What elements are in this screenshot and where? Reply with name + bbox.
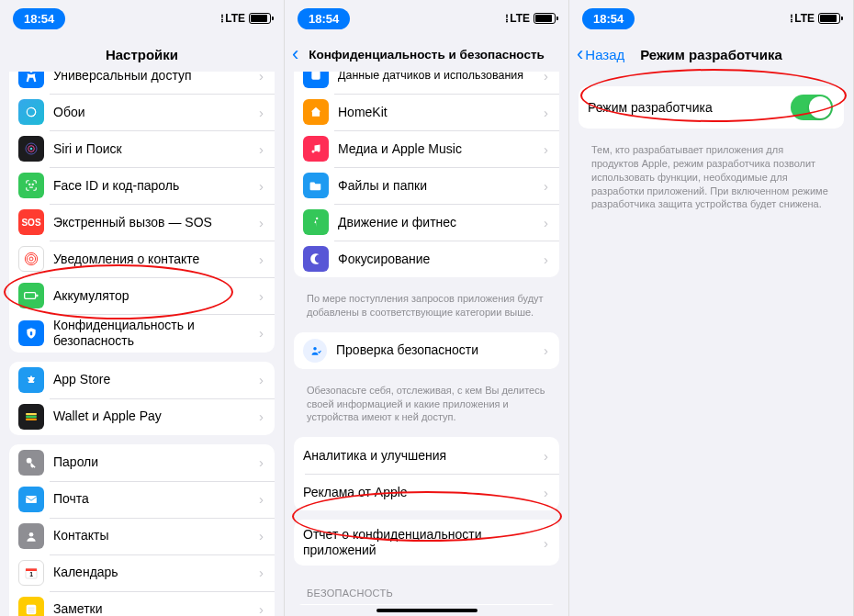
chevron-right-icon: › (259, 325, 264, 341)
status-bar: 18:54 LTE (569, 0, 853, 37)
row-sensor-data[interactable]: Данные датчиков и использования › (294, 72, 559, 94)
row-label: Уведомления о контакте (53, 252, 259, 267)
row-label: Данные датчиков и использования (338, 72, 544, 83)
back-button[interactable]: ‹ (292, 44, 298, 64)
settings-group-apps: Пароли › Почта › Контакты › 1 (9, 444, 275, 616)
chevron-right-icon: › (544, 178, 548, 194)
chevron-right-icon: › (259, 141, 264, 157)
nav-bar: ‹ Конфиденциальность и безопасность (285, 37, 568, 72)
row-label: Siri и Поиск (53, 141, 259, 157)
chevron-right-icon: › (259, 528, 264, 543)
network-label: LTE (225, 12, 245, 25)
battery-icon (249, 13, 271, 24)
chevron-right-icon: › (544, 485, 548, 500)
settings-list[interactable]: Универсальный доступ › Обои › Siri и Пои… (0, 72, 284, 616)
home-indicator[interactable] (376, 609, 478, 612)
svg-point-6 (32, 184, 33, 185)
row-appstore[interactable]: App Store › (9, 362, 275, 398)
siri-icon (18, 136, 44, 162)
row-files[interactable]: Файлы и папки › (294, 167, 559, 204)
row-calendar[interactable]: 1 Календарь › (9, 554, 275, 591)
row-label: Медиа и Apple Music (338, 141, 544, 157)
exposure-icon (18, 246, 44, 272)
chevron-right-icon: › (259, 601, 264, 616)
contacts-icon (18, 523, 44, 549)
row-mail[interactable]: Почта › (9, 481, 275, 518)
row-fitness[interactable]: Движение и фитнес › (294, 204, 559, 241)
row-label: Почта (53, 491, 259, 507)
chevron-right-icon: › (259, 105, 264, 120)
row-label: Отчет о конфиденциальности приложений (303, 527, 544, 558)
back-button[interactable]: ‹ Назад (577, 44, 624, 64)
row-analytics[interactable]: Аналитика и улучшения › (294, 437, 559, 474)
svg-text:1: 1 (29, 571, 33, 577)
svg-point-0 (29, 72, 32, 73)
row-music[interactable]: Медиа и Apple Music › (294, 130, 559, 167)
status-time: 18:54 (298, 8, 350, 29)
row-passwords[interactable]: Пароли › (9, 444, 275, 481)
safety-check-icon (303, 339, 327, 363)
devmode-content: Режим разработчика Тем, кто разрабатывае… (569, 72, 853, 616)
row-battery[interactable]: Аккумулятор › (9, 277, 275, 314)
svg-point-8 (27, 254, 35, 263)
sos-icon: SOS (18, 209, 44, 235)
row-label: Заметки (53, 601, 259, 616)
row-sos[interactable]: SOS Экстренный вызов — SOS › (9, 204, 275, 241)
chevron-right-icon: › (544, 105, 548, 120)
settings-group-general: Универсальный доступ › Обои › Siri и Пои… (9, 72, 275, 353)
back-label: Назад (585, 47, 624, 62)
status-time: 18:54 (582, 8, 635, 29)
row-notes[interactable]: Заметки › (9, 591, 275, 616)
folder-icon (303, 173, 329, 198)
battery-row-icon (18, 283, 44, 308)
row-siri[interactable]: Siri и Поиск › (9, 130, 275, 167)
svg-rect-30 (311, 72, 320, 80)
calendar-icon: 1 (18, 560, 44, 586)
status-indicators: LTE (221, 12, 271, 25)
page-title: Настройки (106, 47, 178, 62)
row-homekit[interactable]: HomeKit › (294, 94, 559, 130)
row-developer-mode[interactable]: Режим разработчика › (294, 604, 559, 605)
row-apple-ads[interactable]: Реклама от Apple › (294, 474, 559, 510)
row-label: Календарь (53, 565, 259, 580)
footer-safety: Обезопасьте себя, отслеживая, с кем Вы д… (294, 378, 559, 429)
row-label: HomeKit (338, 105, 544, 120)
row-wallet[interactable]: Wallet и Apple Pay › (9, 398, 275, 435)
privacy-group-sensors: Данные датчиков и использования › HomeKi… (294, 72, 559, 277)
svg-rect-11 (36, 295, 38, 297)
nav-bar: ‹ Назад Режим разработчика (569, 37, 853, 72)
group-analytics: Аналитика и улучшения › Реклама от Apple… (294, 437, 559, 510)
status-bar: 18:54 LTE (0, 0, 284, 37)
row-label: Фокусирование (338, 252, 544, 267)
row-safety-check[interactable]: Проверка безопасности › (294, 332, 559, 369)
row-label: Wallet и Apple Pay (53, 409, 259, 424)
notes-icon (18, 597, 44, 616)
row-privacy[interactable]: Конфиденциальность и безопасность › (9, 314, 275, 353)
row-label: Face ID и код-пароль (53, 178, 259, 194)
footer-apps: По мере поступления запросов приложения … (294, 286, 559, 323)
row-privacy-report[interactable]: Отчет о конфиденциальности приложений › (294, 520, 559, 566)
row-faceid[interactable]: Face ID и код-пароль › (9, 167, 275, 204)
status-bar: 18:54 LTE (285, 0, 568, 37)
chevron-right-icon: › (259, 288, 264, 304)
row-wallpaper[interactable]: Обои › (9, 94, 275, 130)
chevron-right-icon: › (259, 72, 264, 84)
row-devmode-toggle[interactable]: Режим разработчика (579, 86, 844, 129)
row-focus[interactable]: Фокусирование › (294, 241, 559, 277)
chevron-right-icon: › (544, 141, 548, 157)
screen-developer-mode: 18:54 LTE ‹ Назад Режим разработчика Реж… (569, 0, 854, 616)
devmode-toggle[interactable] (791, 95, 833, 120)
svg-rect-22 (27, 604, 37, 614)
chevron-left-icon: ‹ (292, 44, 298, 64)
privacy-list[interactable]: Данные датчиков и использования › HomeKi… (285, 72, 568, 605)
row-label: Аккумулятор (53, 288, 259, 304)
chevron-right-icon: › (259, 215, 264, 230)
row-exposure[interactable]: Уведомления о контакте › (9, 241, 275, 277)
chevron-right-icon: › (544, 342, 548, 358)
row-contacts[interactable]: Контакты › (9, 518, 275, 554)
accessibility-icon (18, 72, 44, 88)
screen-privacy: 18:54 LTE ‹ Конфиденциальность и безопас… (285, 0, 569, 616)
chevron-right-icon: › (259, 178, 264, 194)
row-accessibility[interactable]: Универсальный доступ › (9, 72, 275, 94)
page-title: Режим разработчика (640, 47, 782, 62)
